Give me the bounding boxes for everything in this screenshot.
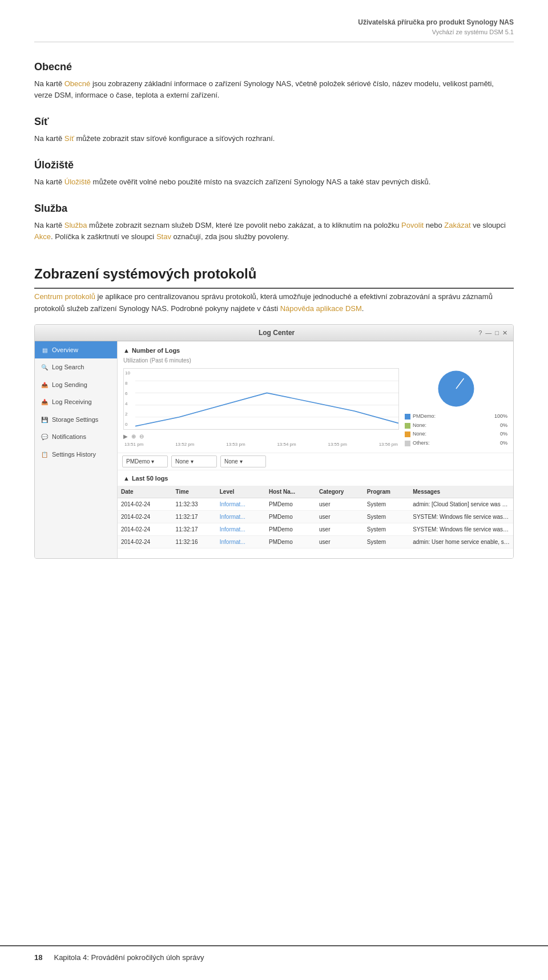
cell-host: PMDemo: [265, 535, 316, 548]
col-category: Category: [316, 486, 364, 498]
link-akce[interactable]: Akce: [34, 232, 51, 241]
section-obecne: Obecné Na kartě Obecné jsou zobrazeny zá…: [34, 59, 514, 102]
log-center-title: Log Center: [75, 328, 478, 338]
titlebar-controls[interactable]: ? — □ ✕: [478, 328, 507, 338]
search-icon: 🔍: [41, 364, 49, 372]
dropdown-none2[interactable]: None ▾: [220, 455, 266, 467]
link-napoveda[interactable]: Nápověda aplikace DSM: [280, 304, 362, 313]
section-uloziste-heading: Úložiště: [34, 158, 514, 173]
zoom-in-icon[interactable]: ⊕: [131, 432, 136, 441]
sidebar-item-settings-history[interactable]: 📋 Settings History: [35, 446, 117, 463]
section-sit: Síť Na kartě Síť můžete zobrazit stav sí…: [34, 114, 514, 145]
link-stav[interactable]: Stav: [156, 232, 171, 241]
logs-title-text: Last 50 logs: [132, 474, 168, 483]
legend-label-others: Others:: [413, 439, 498, 447]
minimize-icon[interactable]: —: [485, 328, 491, 338]
legend-item-pmdemo: PMDemo: 100%: [405, 413, 507, 421]
big-section-heading: Zobrazení systémových protokolů: [34, 264, 514, 289]
col-date: Date: [118, 486, 172, 498]
cell-time: 11:32:16: [172, 535, 216, 548]
cell-host: PMDemo: [265, 498, 316, 510]
pie-legend: PMDemo: 100% None: 0%: [405, 413, 507, 448]
logs-arrow-icon: ▲: [123, 474, 130, 483]
cell-message: SYSTEM: Windows file service was start..…: [409, 510, 513, 523]
sidebar-item-label-log-search: Log Search: [52, 362, 84, 372]
close-icon[interactable]: ✕: [502, 328, 507, 338]
log-center-main: ▲ Number of Logs Utilization (Past 6 min…: [118, 341, 513, 558]
cell-program: System: [364, 498, 409, 510]
play-icon[interactable]: ▶: [123, 432, 128, 441]
cell-host: PMDemo: [265, 523, 316, 535]
legend-item-none2: None: 0%: [405, 430, 507, 438]
table-row: 2014-02-24 11:32:17 Informat... PMDemo u…: [118, 510, 513, 523]
legend-color-none1: [405, 423, 410, 429]
cell-level: Informat...: [216, 523, 265, 535]
link-povolit[interactable]: Povolit: [401, 221, 424, 229]
sidebar-item-log-receiving[interactable]: 📥 Log Receiving: [35, 393, 117, 411]
chart-controls[interactable]: ▶ ⊕ ⊖: [123, 432, 399, 441]
chart-x-labels: 13:51 pm 13:52 pm 13:53 pm 13:54 pm 13:5…: [123, 441, 399, 448]
pie-chart-svg: [433, 368, 479, 409]
col-time: Time: [172, 486, 216, 498]
footer-page-number: 18: [34, 952, 42, 963]
section-sit-text: Na kartě Síť můžete zobrazit stav síťové…: [34, 133, 514, 145]
cell-message: admin: [Cloud Station] service was star.…: [409, 498, 513, 510]
section-uloziste-text: Na kartě Úložiště můžete ověřit volné ne…: [34, 176, 514, 188]
log-center-window: Log Center ? — □ ✕ ▤ Overview 🔍: [35, 325, 513, 558]
logs-table-header: Date Time Level Host Na... Category Prog…: [118, 486, 513, 498]
link-obecne[interactable]: Obecné: [65, 79, 91, 88]
notifications-icon: 💬: [41, 433, 49, 441]
log-center-screenshot: Log Center ? — □ ✕ ▤ Overview 🔍: [34, 324, 514, 559]
link-sit[interactable]: Síť: [65, 134, 74, 143]
legend-value-pmdemo: 100%: [494, 413, 507, 421]
legend-label-pmdemo: PMDemo:: [413, 413, 492, 421]
link-sluzba[interactable]: Služba: [65, 221, 87, 229]
log-center-titlebar: Log Center ? — □ ✕: [35, 325, 513, 341]
cell-date: 2014-02-24: [118, 510, 172, 523]
legend-label-none2: None:: [413, 430, 498, 438]
cell-program: System: [364, 523, 409, 535]
big-section-text: Centrum protokolů je aplikace pro centra…: [34, 291, 514, 315]
legend-value-none1: 0%: [500, 422, 507, 430]
logs-table-body: 2014-02-24 11:32:33 Informat... PMDemo u…: [118, 498, 513, 548]
log-center-body: ▤ Overview 🔍 Log Search 📤 Log Sending 📥 …: [35, 341, 513, 558]
sidebar-item-log-sending[interactable]: 📤 Log Sending: [35, 376, 117, 394]
legend-label-none1: None:: [413, 422, 498, 430]
dropdown-none1[interactable]: None ▾: [171, 455, 217, 467]
logs-table: Date Time Level Host Na... Category Prog…: [118, 486, 513, 549]
cell-date: 2014-02-24: [118, 498, 172, 510]
sidebar-item-notifications[interactable]: 💬 Notifications: [35, 428, 117, 446]
storage-icon: 💾: [41, 416, 49, 424]
table-row: 2014-02-24 11:32:17 Informat... PMDemo u…: [118, 523, 513, 535]
sidebar-item-overview[interactable]: ▤ Overview: [35, 341, 117, 359]
maximize-icon[interactable]: □: [495, 328, 499, 338]
cell-program: System: [364, 535, 409, 548]
cell-time: 11:32:17: [172, 523, 216, 535]
logs-section: ▲ Last 50 logs Date Time Level: [118, 470, 513, 558]
table-row: 2014-02-24 11:32:33 Informat... PMDemo u…: [118, 498, 513, 510]
legend-value-none2: 0%: [500, 430, 507, 438]
sidebar-item-label-notifications: Notifications: [52, 432, 86, 442]
link-uloziste[interactable]: Úložiště: [65, 178, 91, 186]
dropdown-pmdemo[interactable]: PMDemo ▾: [122, 455, 168, 467]
zoom-out-icon[interactable]: ⊖: [139, 432, 144, 441]
sidebar-item-storage-settings[interactable]: 💾 Storage Settings: [35, 411, 117, 429]
section-uloziste: Úložiště Na kartě Úložiště můžete ověřit…: [34, 158, 514, 188]
help-icon[interactable]: ?: [478, 328, 482, 338]
page-header: Uživatelská příručka pro produkt Synolog…: [34, 17, 514, 42]
cell-message: SYSTEM: Windows file service was stop...: [409, 523, 513, 535]
cell-level: Informat...: [216, 535, 265, 548]
chart-arrow-icon: ▲: [123, 346, 130, 356]
log-center-dropdowns: PMDemo ▾ None ▾ None ▾: [118, 453, 513, 470]
section-protokoly: Zobrazení systémových protokolů Centrum …: [34, 264, 514, 315]
legend-color-others: [405, 441, 410, 446]
legend-color-none2: [405, 431, 410, 437]
overview-icon: ▤: [41, 346, 49, 354]
line-chart-svg: [135, 369, 398, 429]
link-zakazat[interactable]: Zakázat: [444, 221, 470, 229]
legend-item-none1: None: 0%: [405, 422, 507, 430]
link-centrum-protokolu[interactable]: Centrum protokolů: [34, 292, 95, 301]
chart-subtitle: Utilization (Past 6 minutes): [123, 356, 507, 365]
sidebar-item-log-search[interactable]: 🔍 Log Search: [35, 358, 117, 376]
page-footer: 18 Kapitola 4: Provádění pokročilých úlo…: [0, 945, 548, 969]
